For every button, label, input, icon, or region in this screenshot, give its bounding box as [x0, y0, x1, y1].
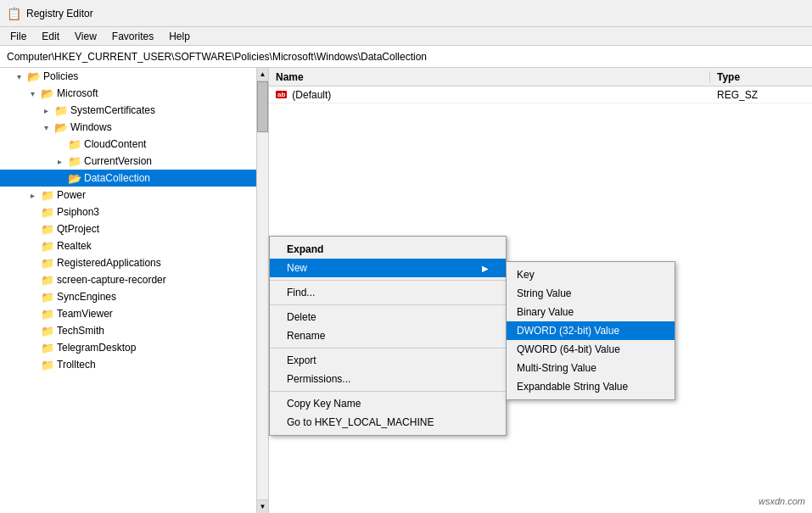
- folder-icon-registeredapps: [41, 257, 54, 269]
- submenu-key[interactable]: Key: [507, 265, 675, 284]
- ab-icon: ab: [276, 91, 287, 98]
- title-bar-text: Registry Editor: [26, 8, 93, 20]
- context-menu-export[interactable]: Export: [270, 351, 506, 370]
- menu-view[interactable]: View: [68, 29, 104, 44]
- submenu-stringvalue[interactable]: String Value: [507, 284, 675, 303]
- tree-item-qtproject[interactable]: QtProject: [0, 220, 268, 237]
- context-menu-expand[interactable]: Expand: [270, 240, 506, 259]
- chevron-systemcertificates: [44, 106, 54, 115]
- submenu: Key String Value Binary Value DWORD (32-…: [506, 261, 675, 400]
- menu-file[interactable]: File: [3, 29, 33, 44]
- scroll-thumb[interactable]: [257, 81, 268, 132]
- tree-item-currentversion[interactable]: CurrentVersion: [0, 153, 268, 170]
- tree-label-policies: Policies: [43, 70, 78, 82]
- menu-bar: File Edit View Favorites Help: [0, 27, 812, 46]
- tree-label-datacollection: DataCollection: [84, 172, 150, 184]
- registry-default-label: (Default): [292, 89, 331, 101]
- context-menu-find[interactable]: Find...: [270, 283, 506, 302]
- context-gotolocalmachine-label: Go to HKEY_LOCAL_MACHINE: [287, 416, 434, 428]
- tree-label-telegramdesktop: TelegramDesktop: [57, 342, 136, 354]
- context-permissions-label: Permissions...: [287, 373, 350, 385]
- folder-icon-techsmith: [41, 325, 54, 337]
- tree-item-psiphon3[interactable]: Psiphon3: [0, 204, 268, 220]
- context-export-label: Export: [287, 354, 316, 366]
- ctx-divider-1: [270, 280, 506, 281]
- context-new-label: New: [287, 262, 307, 274]
- context-menu: Expand New ▶ Find... Delete Rename Expor…: [269, 236, 507, 436]
- submenu-qword64[interactable]: QWORD (64-bit) Value: [507, 340, 675, 359]
- title-bar: 📋 Registry Editor: [0, 0, 812, 27]
- folder-icon-trolltech: [41, 359, 54, 371]
- tree-item-screencapture[interactable]: screen-capture-recorder: [0, 271, 268, 288]
- tree-scrollbar[interactable]: ▲ ▼: [256, 68, 268, 513]
- folder-icon-telegramdesktop: [41, 342, 54, 354]
- context-menu-permissions[interactable]: Permissions...: [270, 370, 506, 388]
- scroll-up-button[interactable]: ▲: [257, 68, 268, 81]
- tree-label-currentversion: CurrentVersion: [84, 155, 152, 167]
- tree-label-windows: Windows: [70, 121, 112, 133]
- registry-row-name: ab (Default): [269, 89, 710, 101]
- submenu-expandablestringvalue[interactable]: Expandable String Value: [507, 377, 675, 396]
- menu-help[interactable]: Help: [162, 29, 197, 44]
- chevron-policies: [17, 72, 27, 81]
- folder-icon-windows: [54, 121, 68, 133]
- tree-item-techsmith[interactable]: TechSmith: [0, 322, 268, 339]
- folder-icon-currentversion: [68, 155, 81, 167]
- tree-item-realtek[interactable]: Realtek: [0, 237, 268, 254]
- context-delete-label: Delete: [287, 311, 316, 323]
- tree-item-registeredapps[interactable]: RegisteredApplications: [0, 254, 268, 271]
- context-menu-gotolocalmachine[interactable]: Go to HKEY_LOCAL_MACHINE: [270, 413, 506, 432]
- chevron-microsoft: [31, 89, 41, 98]
- tree-label-registeredapps: RegisteredApplications: [57, 257, 161, 269]
- tree-item-trolltech[interactable]: Trolltech: [0, 356, 268, 373]
- context-menu-new[interactable]: New ▶: [270, 259, 506, 277]
- ctx-divider-3: [270, 348, 506, 349]
- address-path: Computer\HKEY_CURRENT_USER\SOFTWARE\Poli…: [7, 51, 427, 63]
- tree-item-power[interactable]: Power: [0, 187, 268, 204]
- submenu-multistringvalue[interactable]: Multi-String Value: [507, 359, 675, 377]
- context-copykeyname-label: Copy Key Name: [287, 398, 361, 410]
- menu-favorites[interactable]: Favorites: [105, 29, 160, 44]
- tree-item-policies[interactable]: Policies: [0, 68, 268, 85]
- context-expand-label: Expand: [287, 243, 323, 255]
- tree-item-teamviewer[interactable]: TeamViewer: [0, 305, 268, 322]
- scroll-down-button[interactable]: ▼: [257, 499, 268, 513]
- folder-icon-syncengines: [41, 291, 54, 303]
- watermark: wsxdn.com: [759, 496, 805, 506]
- tree-label-psiphon3: Psiphon3: [57, 206, 99, 218]
- submenu-binaryvalue[interactable]: Binary Value: [507, 303, 675, 321]
- folder-icon-cloudcontent: [68, 138, 81, 150]
- menu-edit[interactable]: Edit: [35, 29, 66, 44]
- context-menu-rename[interactable]: Rename: [270, 326, 506, 345]
- tree-label-systemcertificates: SystemCertificates: [70, 104, 155, 116]
- tree-item-telegramdesktop[interactable]: TelegramDesktop: [0, 339, 268, 356]
- chevron-windows: [44, 123, 54, 132]
- tree-label-realtek: Realtek: [57, 240, 92, 252]
- tree-item-systemcertificates[interactable]: SystemCertificates: [0, 102, 268, 119]
- registry-row-type: REG_SZ: [710, 89, 812, 101]
- right-panel-header: Name Type: [269, 68, 812, 86]
- tree-label-microsoft: Microsoft: [57, 87, 98, 99]
- tree-item-datacollection[interactable]: DataCollection: [0, 170, 268, 187]
- registry-row-default[interactable]: ab (Default) REG_SZ: [269, 86, 812, 103]
- submenu-arrow-icon: ▶: [482, 264, 489, 273]
- ctx-divider-2: [270, 304, 506, 305]
- tree-item-syncengines[interactable]: SyncEngines: [0, 288, 268, 305]
- tree-label-techsmith: TechSmith: [57, 325, 104, 337]
- folder-icon-power: [41, 189, 54, 201]
- tree-item-windows[interactable]: Windows: [0, 119, 268, 136]
- tree-panel: Policies Microsoft SystemCertificates Wi…: [0, 68, 269, 513]
- ctx-divider-4: [270, 391, 506, 392]
- folder-icon-teamviewer: [41, 308, 54, 320]
- context-menu-copykeyname[interactable]: Copy Key Name: [270, 394, 506, 413]
- chevron-currentversion: [58, 157, 68, 166]
- tree-label-teamviewer: TeamViewer: [57, 308, 113, 320]
- address-bar: Computer\HKEY_CURRENT_USER\SOFTWARE\Poli…: [0, 46, 812, 68]
- submenu-dword32[interactable]: DWORD (32-bit) Value: [507, 321, 675, 340]
- context-rename-label: Rename: [287, 330, 325, 342]
- tree-item-microsoft[interactable]: Microsoft: [0, 85, 268, 102]
- folder-icon-microsoft: [41, 87, 54, 99]
- tree-item-cloudcontent[interactable]: CloudContent: [0, 136, 268, 153]
- context-menu-delete[interactable]: Delete: [270, 308, 506, 326]
- tree-label-screencapture: screen-capture-recorder: [57, 274, 166, 286]
